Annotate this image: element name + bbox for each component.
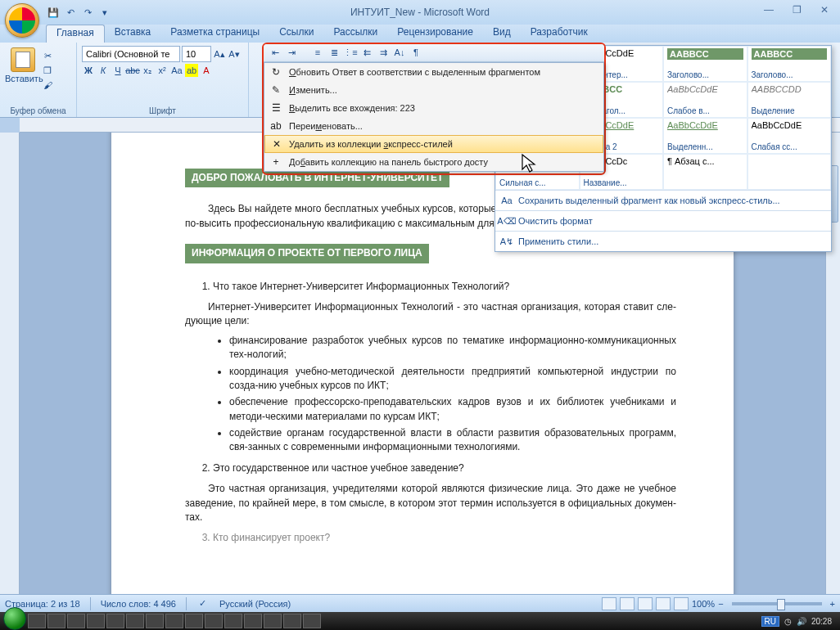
- qat-more-icon[interactable]: ▾: [97, 5, 112, 20]
- tab-ссылки[interactable]: Ссылки: [269, 25, 323, 43]
- zoom-level[interactable]: 100%: [692, 599, 715, 609]
- close-button[interactable]: ✕: [815, 3, 833, 16]
- copy-icon[interactable]: ❐: [41, 64, 54, 77]
- taskbar-item[interactable]: [303, 614, 321, 628]
- subscript-icon[interactable]: x₂: [141, 64, 154, 77]
- tab-рецензирование[interactable]: Рецензирование: [387, 25, 483, 43]
- taskbar-item[interactable]: [224, 614, 242, 628]
- zoom-slider[interactable]: [732, 602, 822, 605]
- context-menu-item[interactable]: +Добавить коллекцию на панель быстрого д…: [264, 153, 603, 171]
- underline-icon[interactable]: Ч: [111, 64, 124, 77]
- action-icon: Aa: [500, 194, 513, 207]
- styles-gallery-action[interactable]: A↯Применить стили...: [495, 231, 831, 251]
- taskbar-item[interactable]: [28, 614, 46, 628]
- office-button[interactable]: [5, 3, 39, 38]
- font-size-combo[interactable]: [182, 46, 211, 62]
- italic-icon[interactable]: К: [97, 64, 110, 77]
- paragraph: Это частная организация, учредителями ко…: [185, 482, 676, 524]
- maximize-button[interactable]: ❐: [788, 3, 806, 16]
- format-painter-icon[interactable]: 🖌: [41, 79, 54, 92]
- tray-volume-icon[interactable]: 🔊: [797, 617, 806, 626]
- indent-icon[interactable]: ⇉: [377, 46, 390, 59]
- spellcheck-icon[interactable]: ✓: [196, 597, 210, 610]
- status-language[interactable]: Русский (Россия): [219, 599, 291, 609]
- strike-icon[interactable]: abc: [126, 64, 139, 77]
- taskbar-item[interactable]: [126, 614, 144, 628]
- print-layout-view-icon[interactable]: [602, 597, 616, 610]
- taskbar-item[interactable]: [165, 614, 183, 628]
- tab-вставка[interactable]: Вставка: [105, 25, 161, 43]
- context-menu-item[interactable]: abПереименовать...: [264, 117, 603, 135]
- bold-icon[interactable]: Ж: [82, 64, 95, 77]
- tab-разработчик[interactable]: Разработчик: [521, 25, 598, 43]
- outdent-icon[interactable]: ⇇: [360, 46, 373, 59]
- tray-wifi-icon[interactable]: ◷: [784, 617, 792, 626]
- draft-view-icon[interactable]: [674, 597, 689, 610]
- increase-indent-icon[interactable]: ⇥: [285, 46, 298, 59]
- fullscreen-view-icon[interactable]: [620, 597, 635, 610]
- style-context-menu[interactable]: ↻Обновить Ответ в соответствии с выделен…: [264, 62, 604, 172]
- tab-разметка страницы[interactable]: Разметка страницы: [160, 25, 269, 43]
- save-icon[interactable]: 💾: [46, 5, 61, 20]
- context-menu-item[interactable]: ☰Выделить все вхождения: 223: [264, 99, 603, 117]
- numbering-icon[interactable]: ≣: [327, 46, 341, 59]
- style-gallery-item[interactable]: AABBCCDDВыделение: [747, 82, 832, 118]
- font-color-icon[interactable]: A: [200, 64, 213, 77]
- sort-icon[interactable]: A↓: [393, 46, 406, 59]
- web-view-icon[interactable]: [638, 597, 653, 610]
- taskbar-item[interactable]: [87, 614, 105, 628]
- taskbar-item[interactable]: [205, 614, 223, 628]
- outline-view-icon[interactable]: [656, 597, 671, 610]
- redo-icon[interactable]: ↷: [80, 5, 95, 20]
- tab-главная[interactable]: Главная: [46, 25, 105, 43]
- styles-gallery-action[interactable]: AaСохранить выделенный фрагмент как новы…: [495, 190, 831, 210]
- show-marks-icon[interactable]: ¶: [409, 46, 422, 59]
- taskbar-item[interactable]: [67, 614, 85, 628]
- zoom-out-icon[interactable]: −: [718, 599, 723, 609]
- shrink-font-icon[interactable]: A▾: [228, 47, 241, 61]
- tab-рассылки[interactable]: Рассылки: [323, 25, 387, 43]
- superscript-icon[interactable]: x²: [156, 64, 169, 77]
- style-gallery-item[interactable]: AaBbCcDdEСлабая сс...: [747, 118, 832, 154]
- paste-icon: [11, 47, 35, 72]
- context-menu-item[interactable]: ✎Изменить...: [264, 81, 603, 99]
- taskbar-item[interactable]: [244, 614, 262, 628]
- bullets-icon[interactable]: ≡: [311, 46, 324, 59]
- zoom-in-icon[interactable]: +: [830, 599, 835, 609]
- change-case-icon[interactable]: Aa: [170, 64, 183, 77]
- taskbar-item[interactable]: [146, 614, 164, 628]
- highlight-icon[interactable]: ab: [185, 64, 198, 77]
- start-button[interactable]: [3, 607, 26, 630]
- taskbar-item[interactable]: [264, 614, 282, 628]
- multilevel-icon[interactable]: ⋮≡: [344, 46, 357, 59]
- style-gallery-item[interactable]: AaBbCcDdEСлабое в...: [663, 82, 747, 118]
- minimize-button[interactable]: —: [760, 3, 778, 16]
- style-gallery-item[interactable]: [747, 154, 832, 190]
- taskbar: RU ◷ 🔊 20:28: [0, 612, 840, 630]
- styles-gallery-action[interactable]: A⌫Очистить формат: [495, 210, 831, 231]
- style-gallery-item[interactable]: AaBbCcDdEВыделенн...: [663, 118, 747, 154]
- cut-icon[interactable]: ✂: [41, 49, 54, 62]
- paste-button[interactable]: Вставить: [5, 46, 41, 92]
- font-name-combo[interactable]: [82, 46, 180, 62]
- tab-вид[interactable]: Вид: [483, 25, 521, 43]
- style-gallery-item[interactable]: AABBCCЗаголово...: [663, 46, 747, 82]
- paragraph: Интернет-Университет Информационных Техн…: [185, 300, 676, 329]
- context-menu-item[interactable]: ↻Обновить Ответ в соответствии с выделен…: [264, 63, 603, 81]
- list-item: Кто финансирует проект?: [213, 531, 676, 545]
- grow-font-icon[interactable]: A▴: [213, 47, 226, 61]
- undo-icon[interactable]: ↶: [63, 5, 78, 20]
- taskbar-item[interactable]: [106, 614, 124, 628]
- context-menu-item[interactable]: ✕Удалить из коллекции экспресс-стилей: [264, 135, 603, 153]
- taskbar-item[interactable]: [185, 614, 203, 628]
- menu-item-icon: ✕: [269, 138, 285, 150]
- taskbar-item[interactable]: [47, 614, 65, 628]
- style-gallery-item[interactable]: ¶ Абзац с...: [663, 154, 747, 190]
- style-gallery-item[interactable]: AABBCCЗаголово...: [747, 46, 832, 82]
- decrease-indent-icon[interactable]: ⇤: [269, 46, 282, 59]
- list-item: Это государственное или частное учебное …: [213, 461, 676, 475]
- taskbar-item[interactable]: [283, 614, 301, 628]
- status-word-count[interactable]: Число слов: 4 496: [101, 599, 176, 609]
- taskbar-clock[interactable]: 20:28: [811, 617, 832, 626]
- taskbar-lang[interactable]: RU: [761, 616, 779, 627]
